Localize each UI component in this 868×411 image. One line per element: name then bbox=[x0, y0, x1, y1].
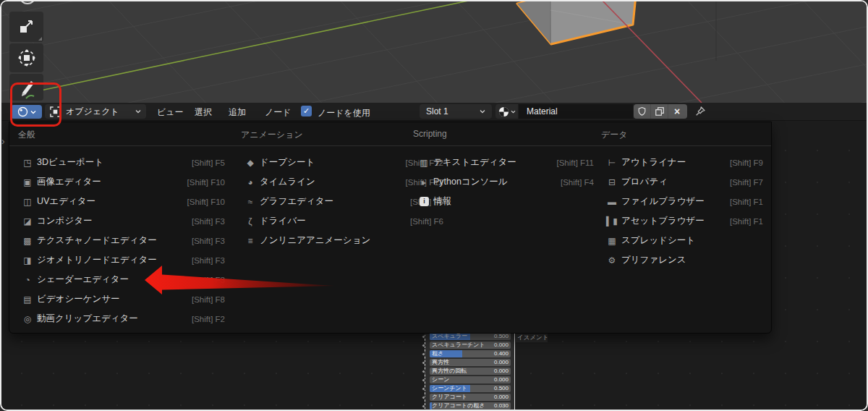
menu-column-header: データ bbox=[601, 129, 628, 141]
menu-column-header: 全般 bbox=[18, 129, 35, 141]
slider-row: クリアコート 0.000 bbox=[430, 394, 511, 401]
transform-tool-icon bbox=[17, 48, 36, 67]
menu-item-image-editor[interactable]: ▣画像エディター[Shift] F10 bbox=[12, 172, 232, 192]
pin-button[interactable] bbox=[693, 105, 707, 118]
socket-icon[interactable] bbox=[422, 344, 425, 347]
clearcoat-slider[interactable]: クリアコート 0.000 bbox=[430, 394, 511, 401]
menu-item-shortcut: [Shift] F6 bbox=[410, 217, 451, 226]
socket-icon[interactable] bbox=[422, 378, 425, 382]
graph-editor-icon: ≈ bbox=[241, 197, 260, 207]
menu-item-info[interactable]: i情報 bbox=[409, 192, 601, 211]
use-nodes-checkbox[interactable]: ✓ bbox=[301, 106, 312, 116]
menu-item-label: 画像エディター bbox=[37, 176, 187, 188]
menu-item-shortcut: [Shift] F1 bbox=[730, 217, 770, 226]
menu-item-geometry-node-editor[interactable]: ◨ジオメトリノードエディター[Shift] F3 bbox=[12, 250, 232, 270]
menu-node[interactable]: ノード bbox=[265, 106, 292, 119]
slider-label: スペキュラー bbox=[432, 333, 467, 340]
slider-value: 0.500 bbox=[494, 333, 509, 340]
socket-icon[interactable] bbox=[422, 335, 425, 339]
blender-window: オブジェクト ビュー 選択 追加 ノード Slot 1 bbox=[0, 0, 868, 411]
menu-item-uv-editor[interactable]: ◫UVエディター[Shift] F10 bbox=[12, 192, 232, 211]
slider-value: 0.000 bbox=[494, 368, 509, 375]
object-mode-icon bbox=[50, 106, 61, 117]
nla-icon: ≡ bbox=[241, 236, 260, 246]
unlink-material-button[interactable]: × bbox=[668, 104, 686, 119]
menu-item-3d-viewport[interactable]: ◳3Dビューポート[Shift] F5 bbox=[12, 153, 232, 172]
sheen-slider[interactable]: シーン 0.000 bbox=[430, 376, 511, 384]
menu-item-label: 3Dビューポート bbox=[37, 156, 192, 169]
menu-column-header: アニメーション bbox=[241, 129, 303, 141]
socket-icon[interactable] bbox=[422, 352, 425, 356]
new-material-button[interactable] bbox=[651, 104, 668, 119]
menu-item-asset-browser[interactable]: ▍▮アセットブラウザー[Shift] F1 bbox=[597, 211, 770, 231]
menu-item-properties[interactable]: ⊟プロパティ[Shift] F7 bbox=[597, 172, 770, 192]
copy-icon bbox=[655, 106, 665, 116]
socket-icon[interactable] bbox=[422, 396, 425, 399]
menu-item-text-editor[interactable]: ▥テキストエディター[Shift] F11 bbox=[409, 153, 601, 172]
socket-icon[interactable] bbox=[422, 361, 425, 365]
menu-item-shortcut: [Shift] F10 bbox=[187, 178, 232, 187]
socket-icon[interactable] bbox=[422, 370, 425, 373]
chevron-down-icon bbox=[30, 110, 36, 114]
menu-item-drivers[interactable]: ζドライバー[Shift] F6 bbox=[235, 211, 451, 231]
viewport-3d bbox=[1, 1, 868, 103]
socket-icon[interactable] bbox=[422, 387, 425, 391]
fake-user-button[interactable] bbox=[634, 104, 651, 119]
transform-tool-button[interactable] bbox=[9, 43, 43, 72]
slider-row: シーン 0.000 bbox=[430, 376, 511, 384]
anisotropic-rotation-slider[interactable]: 異方性の回転 0.000 bbox=[430, 368, 511, 375]
menu-item-label: 情報 bbox=[433, 195, 594, 208]
menu-item-shortcut: [Shift] F3 bbox=[192, 276, 232, 284]
shader-ball-icon bbox=[17, 106, 28, 117]
menu-item-shortcut: [Shift] F3 bbox=[192, 237, 232, 245]
roughness-slider[interactable]: 粗さ 0.400 bbox=[430, 350, 511, 357]
material-slot-dropdown[interactable]: Slot 1 bbox=[420, 104, 492, 119]
menu-item-file-browser[interactable]: ▬ファイルブラウザー[Shift] F1 bbox=[597, 192, 770, 211]
slider-label: スペキュラーチント bbox=[432, 342, 485, 349]
region-expand-icon[interactable]: › bbox=[1, 135, 5, 147]
material-name-field[interactable]: Material bbox=[519, 104, 633, 119]
menu-item-label: コンポジター bbox=[37, 215, 192, 227]
shader-editor-header: オブジェクト ビュー 選択 追加 ノード Slot 1 bbox=[1, 103, 868, 121]
menu-item-video-sequencer[interactable]: ▤ビデオシーケンサー[Shift] F8 bbox=[12, 289, 232, 309]
browse-material-dropdown[interactable] bbox=[495, 104, 518, 119]
menu-item-label: ビデオシーケンサー bbox=[37, 293, 192, 305]
selected-cube[interactable] bbox=[517, 1, 636, 44]
menu-item-nla[interactable]: ≡ノンリニアアニメーション bbox=[235, 231, 451, 250]
menu-item-label: プリファレンス bbox=[621, 254, 763, 266]
editor-type-dropdown[interactable] bbox=[11, 105, 42, 119]
specular-tint-slider[interactable]: スペキュラーチント 0.000 bbox=[430, 342, 511, 349]
use-nodes-label: ノードを使用 bbox=[318, 107, 370, 119]
anisotropic-slider[interactable]: 異方性 0.000 bbox=[430, 359, 511, 366]
menu-item-outliner[interactable]: ⊢アウトライナー[Shift] F9 bbox=[597, 153, 770, 172]
menu-add[interactable]: 追加 bbox=[229, 106, 246, 119]
menu-item-shortcut: [Shift] F10 bbox=[187, 198, 232, 206]
movie-clip-editor-icon: ◎ bbox=[18, 314, 37, 324]
slider-value: 0.500 bbox=[494, 385, 509, 392]
menu-item-spreadsheet[interactable]: ▦スプレッドシート bbox=[597, 231, 770, 250]
menu-view[interactable]: ビュー bbox=[157, 106, 184, 119]
menu-select[interactable]: 選択 bbox=[195, 106, 212, 119]
menu-item-python-console[interactable]: ▸Pythonコンソール[Shift] F4 bbox=[409, 172, 601, 192]
annotate-tool-icon bbox=[17, 77, 37, 100]
menu-item-texture-node-editor[interactable]: ▩テクスチャノードエディター[Shift] F3 bbox=[12, 231, 232, 250]
scale-tool-button[interactable] bbox=[9, 12, 43, 42]
socket-icon[interactable] bbox=[422, 404, 425, 408]
slider-row: スペキュラーチント 0.000 bbox=[430, 342, 511, 349]
shader-type-dropdown[interactable]: オブジェクト bbox=[45, 104, 146, 119]
annotate-tool-button[interactable] bbox=[9, 74, 43, 101]
shield-icon bbox=[637, 106, 647, 116]
menu-item-shader-editor[interactable]: ◔シェーダーエディター[Shift] F3 bbox=[12, 270, 232, 289]
sheen-tint-slider[interactable]: シーンチント 0.500 bbox=[430, 385, 511, 392]
principled-bsdf-node[interactable]: スペキュラー 0.500 スペキュラーチント 0.000 粗さ 0.400 異方… bbox=[425, 331, 515, 411]
slot-label: Slot 1 bbox=[426, 106, 480, 116]
menu-item-preferences[interactable]: ⚙プリファレンス bbox=[597, 250, 770, 270]
menu-item-compositor[interactable]: ◪コンポジター[Shift] F3 bbox=[12, 211, 232, 231]
menu-item-label: シェーダーエディター bbox=[37, 274, 192, 286]
clearcoat-roughness-slider[interactable]: クリアコートの粗さ 0.030 bbox=[430, 402, 511, 410]
menu-item-movie-clip-editor[interactable]: ◎動画クリップエディター[Shift] F2 bbox=[12, 309, 232, 329]
timeline-icon: ◕ bbox=[241, 177, 260, 187]
spreadsheet-icon: ▦ bbox=[603, 236, 621, 246]
menu-item-label: グラフエディター bbox=[260, 195, 410, 208]
specular-slider[interactable]: スペキュラー 0.500 bbox=[430, 333, 511, 340]
